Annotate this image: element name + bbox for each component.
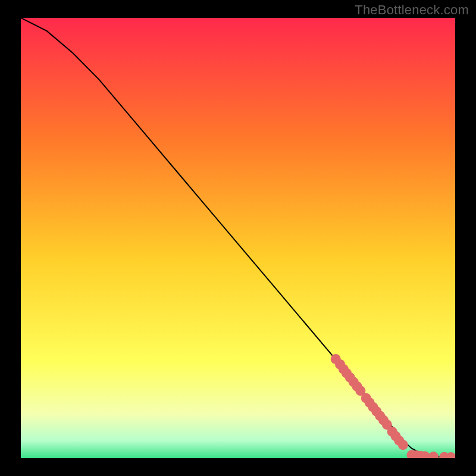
plot-canvas	[21, 18, 455, 458]
watermark-text: TheBottleneck.com	[355, 2, 469, 18]
gradient-background	[21, 18, 455, 458]
chart-root: TheBottleneck.com	[0, 0, 476, 476]
data-marker	[398, 440, 408, 450]
plot-area	[21, 18, 455, 458]
